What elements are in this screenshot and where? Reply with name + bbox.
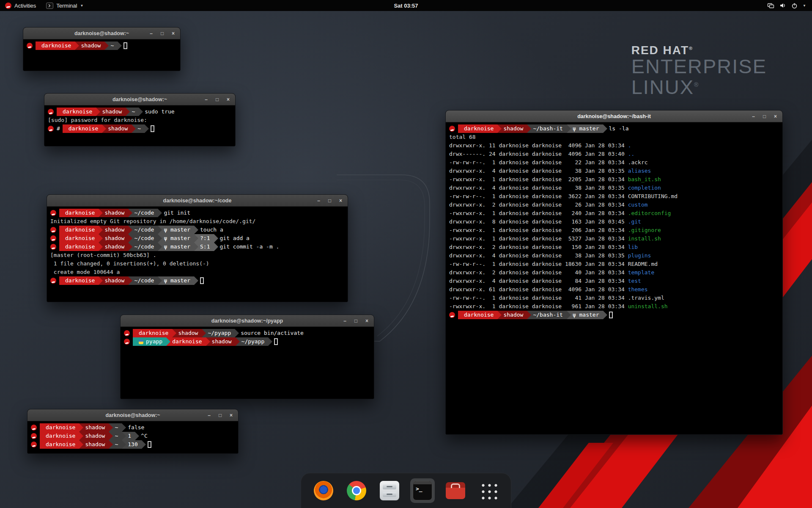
file-meta: drwxrwxr-x. 8 darknoise darknoise 163 Ja… — [449, 218, 628, 226]
terminal-prompt-line: darknoiseshadow~/codegit init — [50, 209, 344, 217]
file-name: CONTRIBUTING.md — [628, 192, 678, 201]
venv-segment: pyapp — [133, 337, 166, 346]
user-segment: darknoise — [40, 432, 79, 440]
window-titlebar[interactable]: darknoise@shadow:~–□× — [44, 94, 235, 105]
command-text: git add a — [220, 234, 250, 243]
host-segment: shadow — [102, 124, 132, 133]
terminal-body[interactable]: darknoiseshadow~ — [23, 39, 180, 71]
close-button[interactable]: × — [773, 113, 778, 119]
user-segment: darknoise — [59, 234, 99, 243]
file-meta: drwxrwxr-x. 61 darknoise darknoise 4096 … — [449, 285, 628, 294]
file-meta: -rwxrwxr-x. 1 darknoise darknoise 240 Ja… — [449, 209, 628, 218]
git-branch-segment: ψ master — [567, 311, 603, 319]
minimize-button[interactable]: – — [206, 412, 212, 418]
maximize-button[interactable]: □ — [327, 198, 332, 204]
close-button[interactable]: × — [338, 198, 343, 204]
command-text: touch a — [200, 226, 223, 234]
maximize-button[interactable]: □ — [214, 97, 220, 102]
dock-firefox[interactable] — [311, 478, 336, 503]
terminal-window: darknoise@shadow:~/pyapp–□×darknoiseshad… — [120, 315, 374, 399]
activities-label: Activities — [14, 3, 36, 9]
host-segment: shadow — [172, 329, 202, 337]
windows-layer: darknoise@shadow:~–□×darknoiseshadow~dar… — [0, 0, 812, 508]
output-text: create mode 100644 a — [50, 268, 120, 276]
terminal-prompt-line: darknoiseshadow~/bash-itψ masterls -la — [449, 124, 779, 133]
file-meta: -rw-rw-r--. 1 darknoise darknoise 41 Jan… — [449, 294, 628, 302]
terminal-body[interactable]: darknoiseshadow~sudo true[sudo] password… — [44, 105, 235, 146]
system-status-area[interactable]: ▼ — [763, 0, 810, 11]
terminal-prompt-line: darknoiseshadow~/bash-itψ master — [449, 311, 779, 319]
command-text: false — [128, 423, 144, 432]
file-list-row: drwxrwxr-x. 4 darknoise darknoise 38 Jan… — [449, 184, 779, 192]
minimize-button[interactable]: – — [751, 113, 756, 119]
minimize-button[interactable]: – — [148, 30, 154, 36]
dock-chrome[interactable] — [344, 478, 369, 503]
minimize-button[interactable]: – — [342, 318, 348, 324]
user-segment: darknoise — [59, 209, 99, 217]
file-meta: drwxrwxr-x. 11 darknoise darknoise 4096 … — [449, 141, 628, 150]
terminal-body[interactable]: darknoiseshadow~falsedarknoiseshadow~1^C… — [27, 421, 238, 453]
dock — [301, 473, 511, 508]
user-segment: darknoise — [63, 124, 102, 133]
window-titlebar[interactable]: darknoise@shadow:~/pyapp–□× — [121, 315, 374, 327]
window-titlebar[interactable]: darknoise@shadow:~/code–□× — [47, 195, 348, 207]
redhat-logo-icon — [5, 3, 11, 9]
minimize-button[interactable]: – — [203, 97, 209, 102]
terminal-prompt-line: darknoiseshadow~/codeψ master?:1git add … — [50, 234, 344, 243]
terminal-cursor — [609, 312, 613, 318]
file-list-row: drwxrwxr-x. 2 darknoise darknoise 150 Ja… — [449, 243, 779, 251]
file-list-row: drwxrwxr-x. 11 darknoise darknoise 4096 … — [449, 141, 779, 150]
window-titlebar[interactable]: darknoise@shadow:~/bash-it–□× — [446, 110, 782, 122]
dock-show-apps[interactable] — [476, 478, 501, 503]
maximize-button[interactable]: □ — [353, 318, 359, 324]
terminal-body[interactable]: darknoiseshadow~/bash-itψ masterls -lato… — [446, 122, 782, 434]
path-segment: ~/bash-it — [527, 124, 566, 133]
close-button[interactable]: × — [364, 318, 370, 324]
terminal-prompt-line: #darknoiseshadow~ — [48, 124, 232, 133]
user-segment: darknoise — [133, 329, 172, 337]
window-titlebar[interactable]: darknoise@shadow:~–□× — [23, 28, 180, 39]
terminal-body[interactable]: darknoiseshadow~/codegit initInitialized… — [47, 207, 348, 302]
redhat-prompt-icon — [449, 126, 455, 132]
file-name: completion — [628, 184, 661, 192]
user-segment: darknoise — [458, 124, 497, 133]
close-button[interactable]: × — [225, 97, 231, 102]
power-icon — [791, 3, 798, 9]
terminal-prompt-line: darknoiseshadow~130 — [31, 440, 235, 449]
maximize-button[interactable]: □ — [217, 412, 223, 418]
window-titlebar[interactable]: darknoise@shadow:~–□× — [27, 409, 238, 421]
file-meta: -rw-rw-r--. 1 darknoise darknoise 18630 … — [449, 260, 628, 268]
host-segment: shadow — [99, 226, 128, 234]
file-meta: drwxrwxr-x. 4 darknoise darknoise 38 Jan… — [449, 184, 628, 192]
path-segment: ~/code — [128, 226, 158, 234]
path-segment: ~/code — [128, 276, 158, 285]
file-name: .gitignore — [628, 226, 661, 235]
file-meta: drwxrwxr-x. 2 darknoise darknoise 40 Jan… — [449, 268, 628, 277]
terminal-cursor — [148, 441, 151, 448]
terminal-prompt-line: darknoiseshadow~/pyappsource bin/activat… — [124, 329, 370, 337]
dock-toolbox[interactable] — [443, 478, 468, 503]
dock-files[interactable] — [377, 478, 402, 503]
redhat-prompt-icon — [50, 210, 56, 216]
activities-button[interactable]: Activities — [0, 0, 41, 11]
file-name: README.md — [628, 260, 658, 268]
terminal-body[interactable]: darknoiseshadow~/pyappsource bin/activat… — [121, 327, 374, 399]
file-list-row: -rwxrwxr-x. 1 darknoise darknoise 5327 J… — [449, 235, 779, 243]
minimize-button[interactable]: – — [316, 198, 321, 204]
output-text: total 68 — [449, 133, 476, 141]
clock-button[interactable]: Sat 03:57 — [389, 0, 423, 11]
window-title: darknoise@shadow:~/code — [47, 198, 348, 204]
user-segment: darknoise — [59, 226, 99, 234]
terminal-output-line: 1 file changed, 0 insertions(+), 0 delet… — [50, 260, 344, 268]
file-name: .git — [628, 218, 641, 226]
file-name: .editorconfig — [628, 209, 671, 218]
file-meta: drwxrwxr-x. 4 darknoise darknoise 38 Jan… — [449, 167, 628, 175]
app-menu-terminal[interactable]: Terminal ▼ — [41, 0, 88, 11]
maximize-button[interactable]: □ — [159, 30, 165, 36]
redhat-prompt-icon — [48, 109, 54, 115]
user-segment: darknoise — [36, 41, 75, 50]
dock-terminal[interactable] — [410, 478, 435, 503]
close-button[interactable]: × — [228, 412, 234, 418]
close-button[interactable]: × — [170, 30, 176, 36]
maximize-button[interactable]: □ — [762, 113, 767, 119]
